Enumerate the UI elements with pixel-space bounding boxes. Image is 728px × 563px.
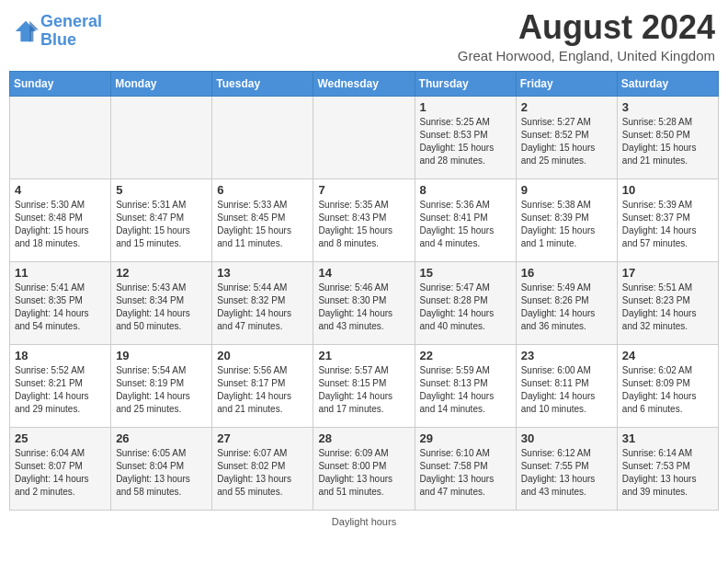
logo-blue: Blue xyxy=(40,30,76,49)
day-info: Sunrise: 5:46 AM Sunset: 8:30 PM Dayligh… xyxy=(318,282,409,333)
day-number: 19 xyxy=(116,349,207,362)
day-info: Sunrise: 5:57 AM Sunset: 8:15 PM Dayligh… xyxy=(318,364,409,416)
day-info: Sunrise: 5:38 AM Sunset: 8:39 PM Dayligh… xyxy=(521,199,612,250)
day-number: 14 xyxy=(318,266,409,280)
calendar-cell xyxy=(10,96,111,178)
day-number: 17 xyxy=(622,266,713,280)
day-number: 5 xyxy=(116,183,207,197)
day-info: Sunrise: 6:10 AM Sunset: 7:58 PM Dayligh… xyxy=(420,447,511,499)
calendar-cell: 1Sunrise: 5:25 AM Sunset: 8:53 PM Daylig… xyxy=(415,96,516,178)
calendar-cell: 7Sunrise: 5:35 AM Sunset: 8:43 PM Daylig… xyxy=(313,178,415,261)
day-number: 23 xyxy=(521,349,612,362)
calendar-cell: 13Sunrise: 5:44 AM Sunset: 8:32 PM Dayli… xyxy=(212,261,313,344)
calendar-cell: 12Sunrise: 5:43 AM Sunset: 8:34 PM Dayli… xyxy=(111,261,212,344)
calendar-cell: 3Sunrise: 5:28 AM Sunset: 8:50 PM Daylig… xyxy=(617,96,718,178)
col-header-friday: Friday xyxy=(516,71,617,96)
day-number: 4 xyxy=(15,183,106,197)
day-info: Sunrise: 6:05 AM Sunset: 8:04 PM Dayligh… xyxy=(116,447,207,499)
day-info: Sunrise: 5:33 AM Sunset: 8:45 PM Dayligh… xyxy=(217,199,308,250)
calendar-cell: 2Sunrise: 5:27 AM Sunset: 8:52 PM Daylig… xyxy=(516,96,617,178)
day-number: 24 xyxy=(622,349,713,362)
calendar-cell: 15Sunrise: 5:47 AM Sunset: 8:28 PM Dayli… xyxy=(415,261,516,344)
day-number: 8 xyxy=(420,183,511,197)
day-info: Sunrise: 6:04 AM Sunset: 8:07 PM Dayligh… xyxy=(15,447,106,499)
day-info: Sunrise: 5:25 AM Sunset: 8:53 PM Dayligh… xyxy=(420,116,511,167)
calendar-week-1: 1Sunrise: 5:25 AM Sunset: 8:53 PM Daylig… xyxy=(10,96,719,178)
calendar-cell: 22Sunrise: 5:59 AM Sunset: 8:13 PM Dayli… xyxy=(415,344,516,427)
calendar-cell: 20Sunrise: 5:56 AM Sunset: 8:17 PM Dayli… xyxy=(212,344,313,427)
calendar-week-2: 4Sunrise: 5:30 AM Sunset: 8:48 PM Daylig… xyxy=(10,178,719,261)
calendar-cell: 4Sunrise: 5:30 AM Sunset: 8:48 PM Daylig… xyxy=(10,178,111,261)
col-header-wednesday: Wednesday xyxy=(313,71,415,96)
col-header-saturday: Saturday xyxy=(617,71,718,96)
day-number: 27 xyxy=(217,431,308,445)
calendar-cell: 5Sunrise: 5:31 AM Sunset: 8:47 PM Daylig… xyxy=(111,178,212,261)
day-number: 11 xyxy=(15,266,106,280)
col-header-tuesday: Tuesday xyxy=(212,71,313,96)
day-info: Sunrise: 5:41 AM Sunset: 8:35 PM Dayligh… xyxy=(15,282,106,333)
day-info: Sunrise: 5:54 AM Sunset: 8:19 PM Dayligh… xyxy=(116,364,207,416)
day-number: 30 xyxy=(521,431,612,445)
calendar-header-row: SundayMondayTuesdayWednesdayThursdayFrid… xyxy=(10,71,719,96)
day-number: 3 xyxy=(622,100,713,114)
col-header-monday: Monday xyxy=(111,71,212,96)
calendar-cell: 14Sunrise: 5:46 AM Sunset: 8:30 PM Dayli… xyxy=(313,261,415,344)
day-number: 18 xyxy=(15,349,106,362)
calendar-cell: 21Sunrise: 5:57 AM Sunset: 8:15 PM Dayli… xyxy=(313,344,415,427)
calendar-cell: 25Sunrise: 6:04 AM Sunset: 8:07 PM Dayli… xyxy=(10,427,111,510)
day-info: Sunrise: 5:43 AM Sunset: 8:34 PM Dayligh… xyxy=(116,282,207,333)
calendar-cell: 8Sunrise: 5:36 AM Sunset: 8:41 PM Daylig… xyxy=(415,178,516,261)
day-info: Sunrise: 6:07 AM Sunset: 8:02 PM Dayligh… xyxy=(217,447,308,499)
day-number: 21 xyxy=(318,349,409,362)
calendar-cell: 16Sunrise: 5:49 AM Sunset: 8:26 PM Dayli… xyxy=(516,261,617,344)
day-number: 2 xyxy=(521,100,612,114)
calendar-cell: 27Sunrise: 6:07 AM Sunset: 8:02 PM Dayli… xyxy=(212,427,313,510)
day-info: Sunrise: 6:02 AM Sunset: 8:09 PM Dayligh… xyxy=(622,364,713,416)
day-info: Sunrise: 6:14 AM Sunset: 7:53 PM Dayligh… xyxy=(622,447,713,499)
footer: Daylight hours xyxy=(9,516,719,527)
calendar-cell: 19Sunrise: 5:54 AM Sunset: 8:19 PM Dayli… xyxy=(111,344,212,427)
day-info: Sunrise: 5:28 AM Sunset: 8:50 PM Dayligh… xyxy=(622,116,713,167)
day-info: Sunrise: 5:52 AM Sunset: 8:21 PM Dayligh… xyxy=(15,364,106,416)
calendar-cell: 28Sunrise: 6:09 AM Sunset: 8:00 PM Dayli… xyxy=(313,427,415,510)
page-header: General Blue August 2024 Great Horwood, … xyxy=(9,9,719,63)
calendar-cell xyxy=(313,96,415,178)
day-number: 7 xyxy=(318,183,409,197)
day-number: 22 xyxy=(420,349,511,362)
month-title: August 2024 xyxy=(458,9,715,46)
day-number: 16 xyxy=(521,266,612,280)
day-info: Sunrise: 5:51 AM Sunset: 8:23 PM Dayligh… xyxy=(622,282,713,333)
calendar-cell: 24Sunrise: 6:02 AM Sunset: 8:09 PM Dayli… xyxy=(617,344,718,427)
day-number: 1 xyxy=(420,100,511,114)
calendar-cell: 17Sunrise: 5:51 AM Sunset: 8:23 PM Dayli… xyxy=(617,261,718,344)
day-info: Sunrise: 6:12 AM Sunset: 7:55 PM Dayligh… xyxy=(521,447,612,499)
calendar-cell: 31Sunrise: 6:14 AM Sunset: 7:53 PM Dayli… xyxy=(617,427,718,510)
day-info: Sunrise: 5:36 AM Sunset: 8:41 PM Dayligh… xyxy=(420,199,511,250)
calendar-cell: 11Sunrise: 5:41 AM Sunset: 8:35 PM Dayli… xyxy=(10,261,111,344)
day-info: Sunrise: 5:56 AM Sunset: 8:17 PM Dayligh… xyxy=(217,364,308,416)
day-number: 9 xyxy=(521,183,612,197)
calendar-week-3: 11Sunrise: 5:41 AM Sunset: 8:35 PM Dayli… xyxy=(10,261,719,344)
calendar-cell: 30Sunrise: 6:12 AM Sunset: 7:55 PM Dayli… xyxy=(516,427,617,510)
day-info: Sunrise: 5:44 AM Sunset: 8:32 PM Dayligh… xyxy=(217,282,308,333)
logo-general: General xyxy=(40,12,102,30)
day-number: 13 xyxy=(217,266,308,280)
day-info: Sunrise: 5:47 AM Sunset: 8:28 PM Dayligh… xyxy=(420,282,511,333)
day-number: 25 xyxy=(15,431,106,445)
day-info: Sunrise: 5:49 AM Sunset: 8:26 PM Dayligh… xyxy=(521,282,612,333)
day-number: 26 xyxy=(116,431,207,445)
calendar-cell: 9Sunrise: 5:38 AM Sunset: 8:39 PM Daylig… xyxy=(516,178,617,261)
day-info: Sunrise: 5:39 AM Sunset: 8:37 PM Dayligh… xyxy=(622,199,713,250)
col-header-thursday: Thursday xyxy=(415,71,516,96)
day-info: Sunrise: 5:59 AM Sunset: 8:13 PM Dayligh… xyxy=(420,364,511,416)
calendar-table: SundayMondayTuesdayWednesdayThursdayFrid… xyxy=(9,71,719,511)
day-info: Sunrise: 5:30 AM Sunset: 8:48 PM Dayligh… xyxy=(15,199,106,250)
day-info: Sunrise: 6:09 AM Sunset: 8:00 PM Dayligh… xyxy=(318,447,409,499)
calendar-cell: 10Sunrise: 5:39 AM Sunset: 8:37 PM Dayli… xyxy=(617,178,718,261)
day-number: 29 xyxy=(420,431,511,445)
calendar-cell: 29Sunrise: 6:10 AM Sunset: 7:58 PM Dayli… xyxy=(415,427,516,510)
day-number: 20 xyxy=(217,349,308,362)
title-section: August 2024 Great Horwood, England, Unit… xyxy=(458,9,715,63)
calendar-cell: 6Sunrise: 5:33 AM Sunset: 8:45 PM Daylig… xyxy=(212,178,313,261)
col-header-sunday: Sunday xyxy=(10,71,111,96)
